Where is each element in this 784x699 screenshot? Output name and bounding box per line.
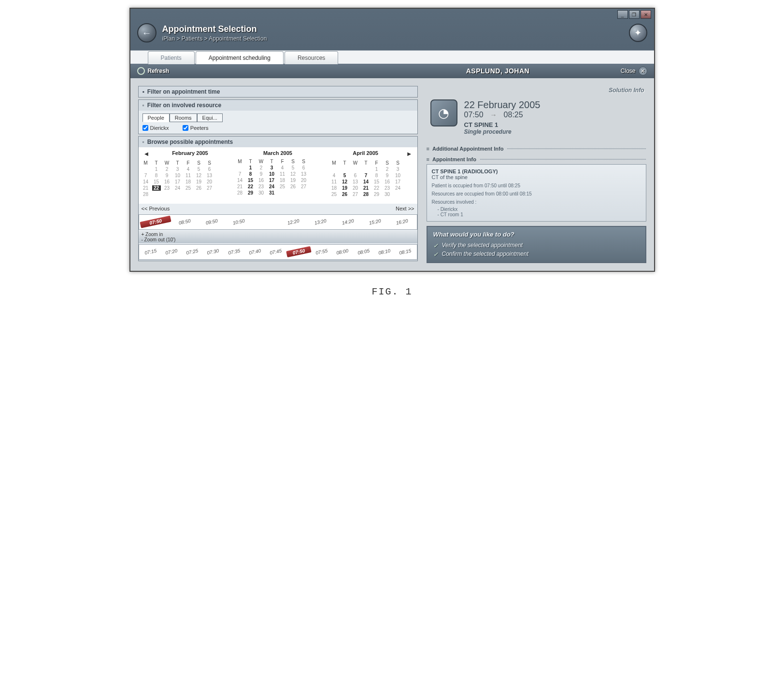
time-slot[interactable]: 07:30 xyxy=(202,247,224,256)
cal-day[interactable]: 29 xyxy=(372,192,381,197)
maximize-button[interactable]: ❐ xyxy=(629,10,640,19)
section-additional-info[interactable]: ≡Additional Appointment Info xyxy=(427,146,646,152)
cal-day[interactable]: 15 xyxy=(372,179,381,184)
time-slot[interactable]: 13:20 xyxy=(307,216,334,227)
cal-day[interactable]: 17 xyxy=(268,178,276,183)
cal-day[interactable]: 24 xyxy=(394,185,402,191)
filter-resource-header[interactable]: ▫ Filter on involved resource xyxy=(139,100,417,111)
tab-rooms[interactable]: Rooms xyxy=(170,113,197,122)
time-slot[interactable]: 15:20 xyxy=(361,216,388,227)
cal-day[interactable]: 1 xyxy=(246,165,255,170)
cal-day[interactable]: 14 xyxy=(362,179,371,184)
zoom-in[interactable]: + Zoom in xyxy=(142,232,414,237)
cal-prev[interactable]: ◄ xyxy=(142,150,152,157)
cal-day[interactable]: 13 xyxy=(299,171,308,177)
cal-day[interactable]: 20 xyxy=(351,185,360,191)
cal-day[interactable]: 19 xyxy=(195,179,203,184)
cal-day[interactable]: 5 xyxy=(195,167,203,172)
cal-day[interactable]: 5 xyxy=(289,165,298,170)
cal-day[interactable]: 25 xyxy=(184,185,193,191)
cal-day[interactable]: 9 xyxy=(383,173,392,178)
cal-day[interactable]: 8 xyxy=(372,173,381,178)
cal-day[interactable]: 14 xyxy=(142,179,150,184)
cal-day[interactable]: 12 xyxy=(341,179,349,184)
cal-day[interactable]: 29 xyxy=(246,190,255,196)
cal-day[interactable]: 10 xyxy=(268,171,276,177)
cal-day[interactable]: 7 xyxy=(142,173,150,178)
cal-day[interactable]: 30 xyxy=(257,190,266,196)
time-slot[interactable]: 08:05 xyxy=(353,247,374,256)
browse-header[interactable]: ▫ Browse possible appointments xyxy=(139,137,417,147)
cal-day[interactable]: 3 xyxy=(268,165,276,170)
cal-day[interactable]: 11 xyxy=(330,179,339,184)
cal-day[interactable]: 2 xyxy=(383,167,392,172)
back-button[interactable]: ← xyxy=(137,23,157,42)
cal-day[interactable]: 15 xyxy=(152,179,161,184)
window-close-button[interactable]: ✕ xyxy=(641,10,651,19)
cal-day[interactable]: 14 xyxy=(236,178,244,183)
cal-day[interactable]: 27 xyxy=(299,184,308,189)
cal-day[interactable]: 31 xyxy=(268,190,276,196)
cal-day[interactable]: 15 xyxy=(246,178,255,183)
tab-appointment-scheduling[interactable]: Appointment scheduling xyxy=(196,51,284,64)
refresh-button[interactable]: Refresh xyxy=(148,68,170,74)
time-slot[interactable]: 08:50 xyxy=(171,216,198,227)
cal-day[interactable]: 22 xyxy=(246,184,255,189)
cal-day[interactable]: 24 xyxy=(268,184,276,189)
time-slot[interactable]: 10:50 xyxy=(225,216,253,227)
cal-day[interactable]: 3 xyxy=(173,167,182,172)
cal-day[interactable]: 20 xyxy=(205,179,214,184)
cal-day[interactable]: 16 xyxy=(257,178,266,183)
time-slot[interactable]: 07:40 xyxy=(244,247,266,256)
cal-day[interactable]: 4 xyxy=(278,165,287,170)
cal-day[interactable]: 11 xyxy=(184,173,193,178)
cal-day[interactable]: 13 xyxy=(351,179,360,184)
cal-day[interactable]: 16 xyxy=(163,179,171,184)
time-slot[interactable]: 14:20 xyxy=(334,216,361,227)
cta-verify[interactable]: ✓Verify the selected appointment xyxy=(433,241,640,250)
cal-day[interactable]: 28 xyxy=(236,190,244,196)
cal-day[interactable]: 2 xyxy=(257,165,266,170)
cal-day[interactable]: 1 xyxy=(372,167,381,172)
cal-day[interactable]: 12 xyxy=(289,171,298,177)
cal-day[interactable]: 13 xyxy=(205,173,214,178)
solution-info-link[interactable]: Solution Info xyxy=(609,87,644,94)
section-appointment-info[interactable]: ≡Appointment Info xyxy=(427,156,646,162)
cal-day[interactable]: 18 xyxy=(330,185,339,191)
cal-day[interactable]: 22 xyxy=(152,185,161,191)
cal-day[interactable]: 18 xyxy=(184,179,193,184)
cal-day[interactable]: 7 xyxy=(236,171,244,177)
cal-day[interactable]: 4 xyxy=(184,167,193,172)
breadcrumb[interactable]: iPlan > Patients > Appointment Selection xyxy=(162,35,623,42)
tab-equipment[interactable]: Equi... xyxy=(197,113,223,122)
cal-day[interactable]: 18 xyxy=(278,178,287,183)
timeline-bottom[interactable]: 07:1507:2007:2507:3007:3507:4007:4507:50… xyxy=(139,244,417,260)
cal-day[interactable]: 8 xyxy=(152,173,161,178)
cal-day[interactable]: 9 xyxy=(163,173,171,178)
tab-resources[interactable]: Resources xyxy=(285,51,338,64)
checkbox-input[interactable] xyxy=(143,125,148,131)
cal-day[interactable]: 27 xyxy=(351,192,360,197)
timeline-top[interactable]: 07:5008:5009:5010:5012:2013:2014:2015:20… xyxy=(139,214,417,230)
time-slot[interactable]: 07:25 xyxy=(181,247,203,256)
time-slot[interactable]: 07:50 xyxy=(286,246,312,257)
cal-day[interactable]: 22 xyxy=(372,185,381,191)
cal-day[interactable]: 1 xyxy=(152,167,161,172)
cal-day[interactable]: 27 xyxy=(205,185,214,191)
cal-day[interactable]: 9 xyxy=(257,171,266,177)
cal-day[interactable]: 23 xyxy=(163,185,171,191)
cal-day[interactable]: 30 xyxy=(383,192,392,197)
time-slot[interactable]: 08:10 xyxy=(373,247,395,256)
cal-day[interactable]: 10 xyxy=(394,173,402,178)
cal-day[interactable]: 26 xyxy=(289,184,298,189)
time-slot[interactable]: 07:15 xyxy=(140,247,161,256)
cta-confirm[interactable]: ✓Confirm the selected appointment xyxy=(433,250,640,258)
cal-day[interactable]: 10 xyxy=(173,173,182,178)
time-slot[interactable]: 08:15 xyxy=(395,247,416,256)
time-slot[interactable]: 07:55 xyxy=(311,247,332,256)
cal-day[interactable]: 23 xyxy=(257,184,266,189)
time-slot[interactable] xyxy=(253,219,279,224)
time-slot[interactable]: 07:50 xyxy=(140,215,171,228)
time-slot[interactable]: 09:50 xyxy=(198,216,226,227)
cal-day[interactable]: 5 xyxy=(341,173,349,178)
